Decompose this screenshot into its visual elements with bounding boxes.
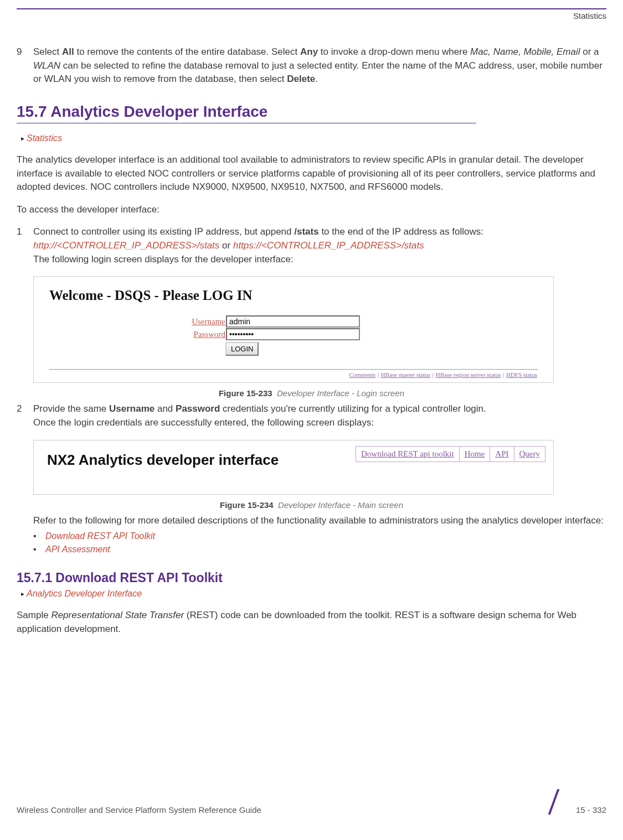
step-1: 1 Connect to controller using its existi… [17,225,606,266]
list-item: • Download REST API Toolkit [33,530,606,543]
figure-number: Figure 15-234 [220,500,274,510]
bold-all: All [62,46,74,57]
text-fragment: Sample [17,610,51,620]
figure-caption: Figure 15-233 Developer Interface - Logi… [17,388,606,398]
nav-api[interactable]: API [490,447,514,462]
section-rule [17,123,476,123]
step-text: Connect to controller using its existing… [33,225,606,266]
bold-username: Username [109,403,155,414]
url-https: https://<CONTROLLER_IP_ADDRESS>/stats [233,240,424,251]
bullet-link[interactable]: Download REST API Toolkit [45,530,155,543]
login-title: Welcome - DSQS - Please LOG IN [49,288,538,303]
dev-nav: Download REST api toolkit Home API Query [356,446,545,462]
password-label: Password [182,330,225,339]
bold-stats: /stats [294,226,318,237]
password-input[interactable] [226,328,360,340]
figure-dev-interface: NX2 Analytics developer interface Downlo… [33,440,606,495]
paragraph: The analytics developer interface is an … [17,153,606,194]
step-text: Provide the same Username and Password c… [33,402,606,429]
section-157-title: 15.7 Analytics Developer Interface [17,103,606,121]
footer-link[interactable]: Comments [349,371,375,378]
refer-paragraph: Refer to the following for more detailed… [33,514,606,528]
text-fragment: Connect to controller using its existing… [33,226,294,237]
text-fragment: and [155,403,176,414]
text-fragment: to invoke a drop-down menu where [318,46,470,57]
username-input[interactable] [226,315,360,328]
list-item: • API Assessment [33,543,606,556]
footer-link[interactable]: HBase master status [381,371,430,378]
dev-interface-screenshot: NX2 Analytics developer interface Downlo… [33,440,554,495]
bullet-icon: • [33,543,45,556]
text-fragment: or a [580,46,599,57]
footer-link[interactable]: HDFS status [506,371,537,378]
text-fragment: The following login screen displays for … [33,254,294,265]
bullet-list: • Download REST API Toolkit • API Assess… [33,530,606,556]
footer-right: 15 - 332 [543,789,606,815]
step-text: Select All to remove the contents of the… [33,45,606,86]
text-fragment: to the end of the IP address as follows: [319,226,483,237]
step-number: 2 [17,402,33,429]
bold-any: Any [300,46,318,57]
text-fragment: Once the login credentials are successfu… [33,417,374,428]
figure-number: Figure 15-233 [219,388,272,398]
section-1571-title: 15.7.1 Download REST API Toolkit [17,571,606,585]
paragraph: To access the developer interface: [17,203,606,217]
url-http: http://<CONTROLLER_IP_ADDRESS>/stats [33,240,219,251]
username-label: Username [182,317,225,326]
footer-page-number: 15 - 332 [576,805,606,815]
login-button[interactable]: LOGIN [225,342,259,356]
italic-rest: Representational State Transfer [51,610,184,620]
text-fragment: to remove the contents of the entire dat… [74,46,300,57]
step-9: 9 Select All to remove the contents of t… [17,45,606,86]
bold-password: Password [176,403,220,414]
step-2: 2 Provide the same Username and Password… [17,402,606,429]
page-header-label: Statistics [17,11,606,20]
figure-description: Developer Interface - Main screen [278,500,403,510]
nav-download-toolkit[interactable]: Download REST api toolkit [356,447,460,462]
figure-login: Welcome - DSQS - Please LOG IN Username … [33,276,606,383]
italic-entities: Mac, Name, Mobile, Email [470,46,580,57]
nav-home[interactable]: Home [460,447,491,462]
figure-caption: Figure 15-234 Developer Interface - Main… [17,500,606,510]
figure-description: Developer Interface - Login screen [277,388,404,398]
login-screenshot: Welcome - DSQS - Please LOG IN Username … [33,276,554,383]
page-footer: Wireless Controller and Service Platform… [17,789,606,815]
text-fragment: credentials you're currently utilizing f… [220,403,486,414]
step-number: 1 [17,225,33,266]
text-fragment: or [219,240,233,251]
breadcrumb-arrow-icon: ▸ [21,590,24,598]
breadcrumb-link[interactable]: Statistics [27,133,62,143]
dev-interface-title: NX2 Analytics developer interface [47,452,279,469]
breadcrumb: ▸ Analytics Developer Interface [21,589,606,599]
bullet-link[interactable]: API Assessment [45,543,110,556]
logo-slash-icon [543,789,568,815]
footer-link[interactable]: HBase region server status [436,371,501,378]
nav-query[interactable]: Query [514,447,545,462]
bullet-icon: • [33,530,45,543]
bold-delete: Delete [287,74,315,84]
text-fragment: Select [33,46,62,57]
login-footer: Comments | HBase master status | HBase r… [49,369,538,378]
italic-wlan: WLAN [33,60,60,71]
paragraph: Sample Representational State Transfer (… [17,609,606,636]
footer-guide-name: Wireless Controller and Service Platform… [17,805,261,815]
breadcrumb-arrow-icon: ▸ [21,134,24,142]
breadcrumb: ▸ Statistics [21,133,606,143]
text-fragment: Provide the same [33,403,109,414]
breadcrumb-link[interactable]: Analytics Developer Interface [27,589,142,599]
text-fragment: . [315,74,318,84]
step-number: 9 [17,45,33,86]
